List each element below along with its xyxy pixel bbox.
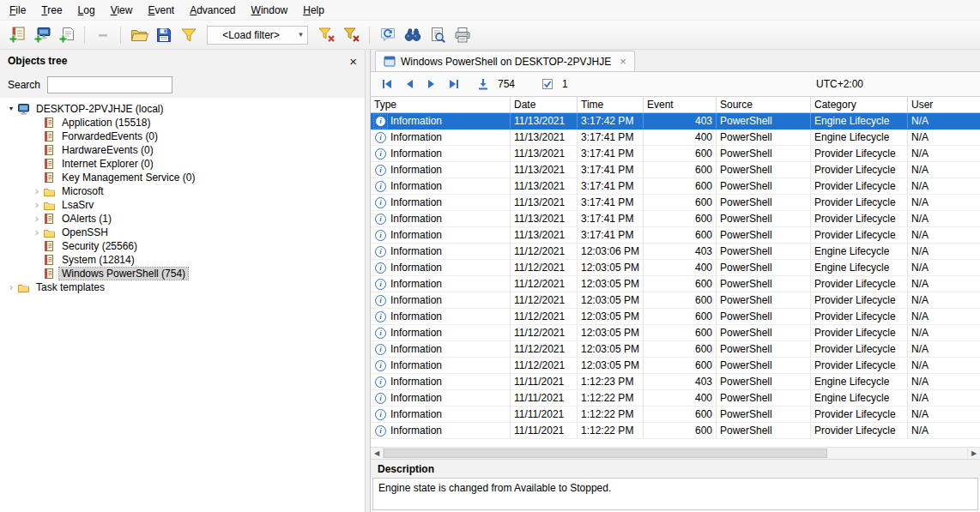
expand-icon[interactable]: › — [31, 184, 43, 198]
filter-button[interactable] — [177, 23, 200, 46]
edit-filter-button[interactable] — [315, 23, 338, 46]
expand-icon[interactable]: › — [31, 226, 43, 239]
log-row[interactable]: iInformation11/12/202112:03:05 PM600Powe… — [371, 341, 980, 358]
tree-item-application-15518[interactable]: Application (15518) — [0, 116, 365, 130]
clear-filter-button[interactable] — [340, 23, 363, 46]
remove-button[interactable] — [91, 23, 114, 46]
tree-item-task-templates[interactable]: ›Task templates — [0, 280, 365, 294]
menu-view[interactable]: View — [103, 2, 141, 19]
tree-item-system-12814[interactable]: System (12814) — [0, 253, 365, 267]
column-header-source[interactable]: Source — [717, 97, 811, 112]
cell-category: Provider Lifecycle — [811, 341, 908, 357]
tree-item-key-management-service-0[interactable]: Key Management Service (0) — [0, 171, 365, 184]
scroll-right-icon[interactable]: ▶ — [967, 448, 980, 459]
close-panel-button[interactable]: × — [349, 55, 357, 68]
cell-category: Provider Lifecycle — [811, 211, 908, 226]
log-row[interactable]: iInformation11/12/202112:03:05 PM600Powe… — [371, 325, 980, 341]
log-row[interactable]: iInformation11/12/202112:03:06 PM403Powe… — [371, 244, 980, 260]
save-button[interactable] — [152, 23, 175, 46]
column-header-date[interactable]: Date — [511, 97, 578, 112]
tree-item-internet-explorer-0[interactable]: Internet Explorer (0) — [0, 157, 365, 171]
tree-item-security-25566[interactable]: Security (25566) — [0, 239, 365, 253]
folder-icon — [43, 227, 59, 238]
column-header-user[interactable]: User — [908, 97, 980, 112]
log-row[interactable]: iInformation11/13/20213:17:42 PM403Power… — [371, 113, 980, 130]
next-event-button[interactable] — [422, 75, 440, 93]
search-input[interactable] — [47, 76, 172, 93]
cell-type: iInformation — [371, 423, 511, 438]
scrollbar-thumb[interactable] — [384, 449, 827, 458]
cell-source: PowerShell — [717, 178, 811, 194]
log-row[interactable]: iInformation11/13/20213:17:41 PM600Power… — [371, 227, 980, 244]
tree-item-hardwareevents-0[interactable]: HardwareEvents (0) — [0, 143, 365, 157]
find-button[interactable] — [401, 23, 424, 46]
log-row[interactable]: iInformation11/12/202112:03:05 PM600Powe… — [371, 358, 980, 374]
scroll-left-icon[interactable]: ◀ — [371, 448, 384, 459]
cell-event: 600 — [644, 211, 717, 226]
expand-icon[interactable]: › — [31, 198, 43, 212]
cell-time: 12:03:05 PM — [578, 276, 644, 292]
add-computer-button[interactable] — [30, 23, 53, 46]
open-file-button[interactable] — [127, 23, 150, 46]
tree-item-openssh[interactable]: ›OpenSSH — [0, 226, 365, 239]
log-row[interactable]: iInformation11/12/202112:03:05 PM400Powe… — [371, 260, 980, 276]
add-log-button[interactable] — [55, 23, 78, 46]
cell-event: 600 — [644, 325, 717, 340]
horizontal-scrollbar[interactable]: ◀ ▶ — [371, 447, 980, 459]
chevron-down-icon[interactable]: ▼ — [294, 31, 307, 39]
new-workspace-button[interactable] — [5, 23, 28, 46]
log-row[interactable]: iInformation11/13/20213:17:41 PM600Power… — [371, 178, 980, 195]
menu-tree[interactable]: Tree — [33, 2, 70, 19]
last-event-button[interactable] — [445, 75, 463, 93]
log-icon — [43, 130, 59, 142]
column-header-type[interactable]: Type — [371, 97, 511, 112]
log-row[interactable]: iInformation11/13/20213:17:41 PM600Power… — [371, 211, 980, 227]
menu-event[interactable]: Event — [140, 2, 182, 19]
log-row[interactable]: iInformation11/13/20213:17:41 PM600Power… — [371, 195, 980, 211]
load-filter-combo[interactable]: <Load filter> ▼ — [207, 26, 308, 45]
expand-icon[interactable]: › — [31, 212, 43, 226]
print-button[interactable] — [451, 23, 474, 46]
tree-item-windows-powershell-754[interactable]: Windows PowerShell (754) — [0, 267, 365, 280]
first-event-button[interactable] — [378, 75, 396, 93]
print-icon — [453, 26, 472, 45]
log-row[interactable]: iInformation11/11/20211:12:22 PM600Power… — [371, 407, 980, 423]
prev-event-button[interactable] — [400, 75, 418, 93]
scrollbar-track[interactable] — [384, 448, 967, 459]
tree-item-microsoft[interactable]: ›Microsoft — [0, 184, 365, 198]
menu-file[interactable]: File — [2, 2, 33, 19]
menu-help[interactable]: Help — [295, 2, 332, 19]
log-row[interactable]: iInformation11/12/202112:03:05 PM600Powe… — [371, 292, 980, 309]
log-row[interactable]: iInformation11/11/20211:12:22 PM600Power… — [371, 423, 980, 439]
menu-advanced[interactable]: Advanced — [182, 2, 243, 19]
tab-strip: Windows PowerShell on DESKTOP-2PVJHJE × — [371, 50, 980, 72]
loaded-events-button[interactable] — [474, 75, 492, 93]
log-row[interactable]: iInformation11/13/20213:17:41 PM600Power… — [371, 146, 980, 162]
collapse-icon[interactable]: ▼ — [5, 102, 17, 116]
tree-item-forwardedevents-0[interactable]: ForwardedEvents (0) — [0, 130, 365, 143]
log-row[interactable]: iInformation11/12/202112:03:05 PM600Powe… — [371, 309, 980, 325]
marked-events-button[interactable] — [538, 75, 556, 93]
event-details-button[interactable] — [426, 23, 449, 46]
log-row[interactable]: iInformation11/13/20213:17:41 PM400Power… — [371, 130, 980, 146]
tab-windows-powershell[interactable]: Windows PowerShell on DESKTOP-2PVJHJE × — [375, 51, 635, 71]
column-header-time[interactable]: Time — [578, 97, 644, 112]
tab-close-icon[interactable]: × — [620, 56, 626, 67]
log-row[interactable]: iInformation11/13/20213:17:41 PM600Power… — [371, 162, 980, 178]
information-icon: i — [374, 343, 387, 356]
panel-splitter[interactable] — [365, 50, 371, 512]
event-type-label: Information — [390, 425, 442, 437]
menu-log[interactable]: Log — [70, 2, 103, 19]
column-header-event[interactable]: Event — [644, 97, 717, 112]
menu-window[interactable]: Window — [244, 2, 296, 19]
cell-category: Provider Lifecycle — [811, 162, 908, 178]
refresh-button[interactable] — [376, 23, 399, 46]
column-header-category[interactable]: Category — [811, 97, 908, 112]
log-row[interactable]: iInformation11/11/20211:12:22 PM400Power… — [371, 390, 980, 407]
expand-icon[interactable]: › — [5, 280, 17, 294]
log-row[interactable]: iInformation11/11/20211:12:23 PM403Power… — [371, 374, 980, 390]
log-row[interactable]: iInformation11/12/202112:03:05 PM600Powe… — [371, 276, 980, 292]
tree-item-oalerts-1[interactable]: ›OAlerts (1) — [0, 212, 365, 226]
tree-item-lsasrv[interactable]: ›LsaSrv — [0, 198, 365, 212]
tree-item-desktop-2pvjhje-local[interactable]: ▼DESKTOP-2PVJHJE (local) — [0, 102, 365, 116]
